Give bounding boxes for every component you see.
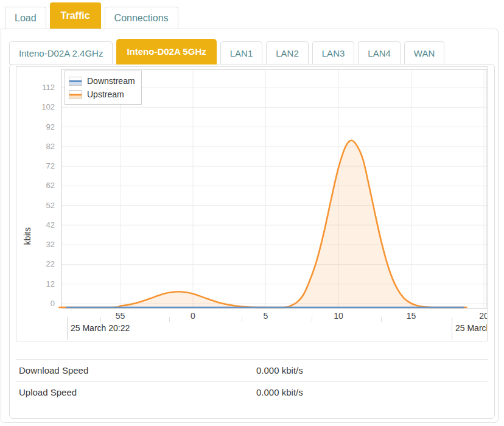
time-axis-divider [67,317,68,340]
x-tick-label: 20 [471,311,488,321]
tab-lan3[interactable]: LAN3 [312,41,355,65]
tab-wan[interactable]: WAN [404,41,444,65]
legend-label-upstream: Upstream [87,89,124,99]
upstream-swatch-icon [69,90,82,99]
x-tick-label: 5 [253,311,279,321]
download-speed-value: 0.000 kbit/s [256,365,488,375]
y-tick-label: 32 [28,240,55,250]
y-tick-label: 102 [28,102,55,112]
tab-inteno-d02a-24ghz[interactable]: Inteno-D02A 2.4GHz [9,41,113,65]
plot-border [61,69,487,309]
x-tick-label: 10 [325,311,352,321]
y-tick-label: 22 [28,259,55,269]
y-tick-label: 82 [28,142,55,152]
x-tick-label: 55 [107,311,134,321]
legend-row-downstream: Downstream [69,74,135,88]
tab-lan1[interactable]: LAN1 [220,41,263,65]
time-label-end: 25 March [455,323,488,333]
y-tick-label: 92 [28,122,55,132]
y-tick-label: 12 [28,279,55,289]
tab-inteno-d02a-5ghz[interactable]: Inteno-D02A 5GHz [116,39,216,65]
legend-label-downstream: Downstream [87,76,135,86]
upload-speed-label: Upload Speed [16,387,256,397]
tab-lan2[interactable]: LAN2 [266,41,309,65]
y-tick-label: 0 [28,299,55,309]
interface-panel: Downstream Upstream kbits 01222324252627… [9,64,495,419]
tab-lan4[interactable]: LAN4 [358,41,401,65]
upload-speed-value: 0.000 kbit/s [256,387,488,397]
y-tick-label: 72 [28,161,55,171]
primary-tabs: Load Traffic Connections [0,0,504,29]
plot-canvas [16,67,488,341]
x-tick-label: 15 [398,311,425,321]
time-axis-divider [452,317,452,340]
x-tick-label: 0 [180,311,206,321]
table-row-upload: Upload Speed 0.000 kbit/s [16,381,488,403]
time-axis-tick [100,317,101,322]
chart-legend: Downstream Upstream [65,71,142,105]
tab-traffic[interactable]: Traffic [50,2,101,29]
tab-connections[interactable]: Connections [105,7,178,29]
y-tick-label: 42 [28,220,55,230]
traffic-chart: Downstream Upstream kbits 01222324252627… [16,66,488,341]
interface-tabs: Inteno-D02A 2.4GHz Inteno-D02A 5GHz LAN1… [9,40,498,65]
legend-row-upstream: Upstream [69,88,135,101]
time-axis-tick [381,317,382,322]
downstream-swatch-icon [69,77,82,86]
time-axis-tick [242,317,242,322]
table-row-download: Download Speed 0.000 kbit/s [16,359,488,381]
time-axis-tick [312,317,312,322]
tab-load[interactable]: Load [5,7,46,29]
traffic-panel: Inteno-D02A 2.4GHz Inteno-D02A 5GHz LAN1… [1,29,499,423]
download-speed-label: Download Speed [16,365,256,375]
speed-table: Download Speed 0.000 kbit/s Upload Speed… [16,359,488,403]
y-tick-label: 52 [28,201,55,211]
time-axis-tick [169,317,170,322]
time-label-start: 25 March 20:22 [71,323,130,333]
y-tick-label: 112 [28,83,55,93]
y-tick-label: 62 [28,181,55,190]
